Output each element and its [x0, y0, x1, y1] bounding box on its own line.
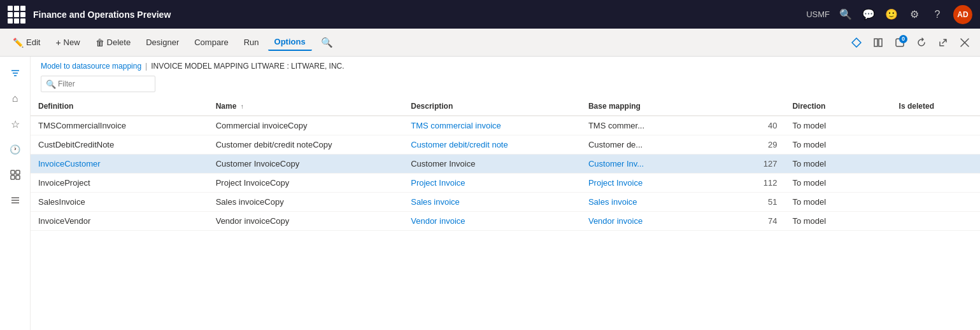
cell-base-mapping[interactable]: Customer Inv...: [581, 155, 741, 174]
cell-is-deleted: [891, 174, 980, 193]
cell-direction: To model: [785, 212, 891, 231]
refresh-icon: [916, 38, 927, 48]
filter-search-icon: 🔍: [46, 79, 56, 89]
top-bar: Finance and Operations Preview USMF 🔍 💬 …: [0, 0, 980, 29]
svg-rect-12: [16, 175, 20, 179]
action-search-icon: 🔍: [321, 37, 333, 48]
cell-base-mapping[interactable]: Sales invoice: [581, 193, 741, 212]
svg-rect-9: [11, 170, 15, 174]
table-row[interactable]: InvoiceProject Project InvoiceCopy Proje…: [31, 174, 980, 193]
col-header-definition[interactable]: Definition: [31, 97, 208, 116]
breadcrumb: Model to datasource mapping | INVOICE MO…: [31, 57, 980, 73]
svg-marker-0: [852, 38, 861, 47]
action-bar: ✏️ Edit + New 🗑 Delete Designer Compare …: [0, 29, 980, 57]
cell-description[interactable]: TMS commercial invoice: [403, 116, 581, 135]
sidebar-item-modules[interactable]: [4, 189, 27, 212]
filter-input[interactable]: [41, 76, 155, 92]
cell-is-deleted: [891, 135, 980, 155]
waffle-menu-icon[interactable]: [8, 6, 25, 24]
cell-name: Customer debit/credit noteCopy: [208, 135, 404, 155]
app-title: Finance and Operations Preview: [33, 10, 806, 20]
panel-icon-btn[interactable]: [869, 34, 887, 52]
col-header-description[interactable]: Description: [403, 97, 581, 116]
diamond-icon-btn[interactable]: [848, 34, 865, 52]
cell-is-deleted: [891, 155, 980, 174]
compare-button[interactable]: Compare: [188, 34, 234, 50]
table-row[interactable]: SalesInvoice Sales invoiceCopy Sales inv…: [31, 193, 980, 212]
breadcrumb-parent[interactable]: Model to datasource mapping: [41, 62, 141, 71]
close-icon: [960, 38, 969, 47]
col-header-num: [741, 97, 785, 116]
refresh-icon-btn[interactable]: [913, 34, 930, 52]
table-row[interactable]: CustDebitCreditNote Customer debit/credi…: [31, 135, 980, 155]
left-sidebar: ⌂ ☆ 🕐: [0, 57, 31, 330]
cell-direction: To model: [785, 193, 891, 212]
table-row[interactable]: InvoiceVendor Vendor invoiceCopy Vendor …: [31, 212, 980, 231]
edit-icon: ✏️: [13, 38, 24, 48]
col-header-direction[interactable]: Direction: [785, 97, 891, 116]
cell-num: 51: [741, 193, 785, 212]
cell-base-mapping[interactable]: Project Invoice: [581, 174, 741, 193]
edit-button[interactable]: ✏️ Edit: [6, 34, 46, 51]
notification-icon-btn[interactable]: 0: [891, 34, 909, 52]
company-selector[interactable]: USMF: [806, 10, 830, 19]
designer-button[interactable]: Designer: [139, 34, 185, 50]
cell-is-deleted: [891, 116, 980, 135]
table-row[interactable]: TMSCommercialInvoice Commercial invoiceC…: [31, 116, 980, 135]
new-button[interactable]: + New: [49, 34, 86, 51]
cell-base-mapping[interactable]: Vendor invoice: [581, 212, 741, 231]
action-search-button[interactable]: 🔍: [315, 34, 339, 52]
main-layout: ⌂ ☆ 🕐 Model to datasource mapping | INVO…: [0, 57, 980, 330]
svg-rect-2: [879, 39, 882, 46]
cell-num: 29: [741, 135, 785, 155]
cell-num: 112: [741, 174, 785, 193]
cell-direction: To model: [785, 116, 891, 135]
cell-direction: To model: [785, 155, 891, 174]
close-icon-btn[interactable]: [956, 34, 974, 52]
popout-icon-btn[interactable]: [934, 34, 952, 52]
col-header-base-mapping[interactable]: Base mapping: [581, 97, 741, 116]
filter-sidebar-icon[interactable]: [4, 62, 27, 85]
sort-asc-icon: ↑: [241, 103, 244, 110]
svg-rect-1: [874, 39, 877, 46]
settings-icon[interactable]: ⚙: [907, 8, 921, 22]
table-row[interactable]: InvoiceCustomer Customer InvoiceCopy Cus…: [31, 155, 980, 174]
delete-button[interactable]: 🗑 Delete: [89, 34, 138, 51]
search-icon[interactable]: 🔍: [839, 8, 853, 22]
cell-description[interactable]: Project Invoice: [403, 174, 581, 193]
cell-is-deleted: [891, 212, 980, 231]
new-icon: +: [55, 38, 60, 48]
user-avatar[interactable]: AD: [953, 5, 972, 24]
breadcrumb-current: INVOICE MODEL MAPPING LITWARE : LITWARE,…: [151, 62, 344, 71]
options-button[interactable]: Options: [268, 34, 312, 51]
cell-description[interactable]: Vendor invoice: [403, 212, 581, 231]
col-header-name[interactable]: Name ↑: [208, 97, 404, 116]
cell-description[interactable]: Sales invoice: [403, 193, 581, 212]
cell-definition: SalesInvoice: [31, 193, 208, 212]
sidebar-item-recent[interactable]: 🕐: [4, 138, 27, 161]
cell-name: Vendor invoiceCopy: [208, 212, 404, 231]
col-header-is-deleted[interactable]: Is deleted: [891, 97, 980, 116]
svg-rect-10: [16, 170, 20, 174]
sidebar-item-workspaces[interactable]: [4, 163, 27, 186]
cell-name: Sales invoiceCopy: [208, 193, 404, 212]
sidebar-item-home[interactable]: ⌂: [4, 87, 27, 110]
sidebar-item-favorites[interactable]: ☆: [4, 113, 27, 135]
cell-definition: CustDebitCreditNote: [31, 135, 208, 155]
cell-base-mapping: Customer de...: [581, 135, 741, 155]
cell-description[interactable]: Customer debit/credit note: [403, 135, 581, 155]
cell-definition: InvoiceVendor: [31, 212, 208, 231]
cell-base-mapping: TMS commer...: [581, 116, 741, 135]
cell-definition[interactable]: InvoiceCustomer: [31, 155, 208, 174]
cell-description: Customer Invoice: [403, 155, 581, 174]
cell-definition: TMSCommercialInvoice: [31, 116, 208, 135]
cell-num: 74: [741, 212, 785, 231]
help-icon[interactable]: ?: [930, 8, 944, 22]
cell-direction: To model: [785, 135, 891, 155]
smiley-icon[interactable]: 🙂: [884, 8, 898, 22]
run-button[interactable]: Run: [238, 34, 266, 50]
panel-icon: [873, 38, 883, 48]
cell-num: 127: [741, 155, 785, 174]
cell-name: Customer InvoiceCopy: [208, 155, 404, 174]
chat-icon[interactable]: 💬: [862, 8, 876, 22]
